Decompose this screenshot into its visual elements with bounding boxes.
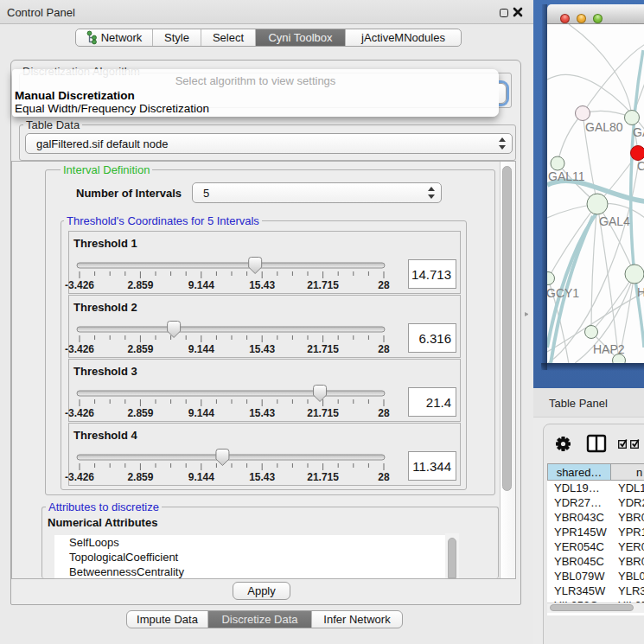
svg-text:-3.426: -3.426 [65,279,94,291]
svg-text:21.715: 21.715 [307,407,339,419]
svg-text:2.859: 2.859 [127,407,153,419]
svg-text:28: 28 [378,471,390,483]
svg-text:-3.426: -3.426 [65,407,94,419]
svg-text:GA: GA [633,125,644,139]
svg-text:15.43: 15.43 [249,279,275,291]
svg-text:2.859: 2.859 [127,471,153,483]
svg-text:-3.426: -3.426 [65,343,94,355]
svg-text:H: H [637,285,644,299]
svg-text:9.144: 9.144 [188,407,214,419]
svg-text:28: 28 [378,279,390,291]
svg-text:GAL80: GAL80 [585,120,623,134]
svg-text:15.43: 15.43 [249,343,275,355]
svg-text:GCY1: GCY1 [547,286,579,300]
svg-text:21.715: 21.715 [307,471,339,483]
svg-text:HAP2: HAP2 [593,342,625,356]
svg-text:GAL11: GAL11 [548,169,585,183]
svg-text:9.144: 9.144 [188,279,214,291]
svg-text:C: C [637,159,644,173]
svg-text:2.859: 2.859 [127,343,153,355]
svg-text:15.43: 15.43 [249,407,275,419]
svg-text:-3.426: -3.426 [65,471,94,483]
svg-text:2.859: 2.859 [127,279,153,291]
svg-text:GAL4: GAL4 [599,214,630,228]
svg-text:21.715: 21.715 [307,279,339,291]
svg-text:21.715: 21.715 [307,343,339,355]
svg-text:28: 28 [378,343,390,355]
svg-text:9.144: 9.144 [188,471,214,483]
svg-text:9.144: 9.144 [188,343,214,355]
svg-text:28: 28 [378,407,390,419]
svg-text:15.43: 15.43 [249,471,275,483]
